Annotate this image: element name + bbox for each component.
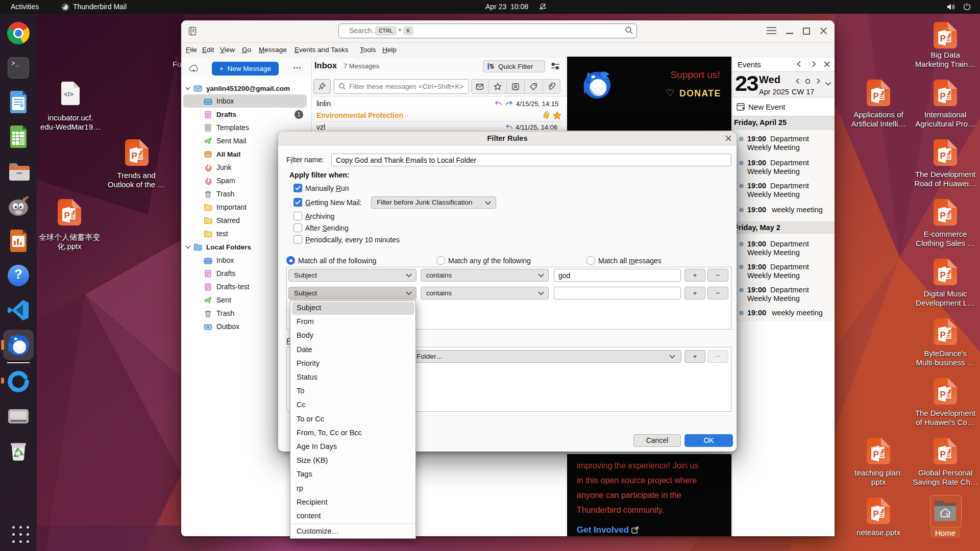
svg-text:</>: </> <box>64 90 74 98</box>
